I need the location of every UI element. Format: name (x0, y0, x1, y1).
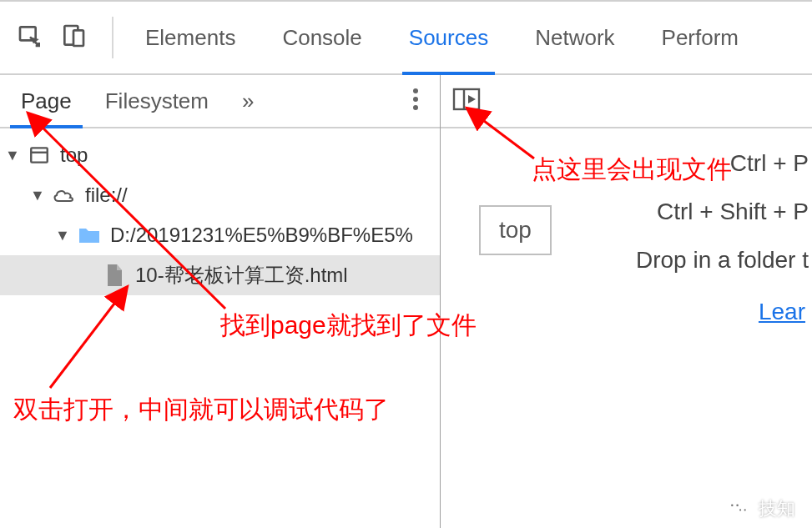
svg-point-15 (731, 505, 734, 507)
tab-performance[interactable]: Perform (638, 2, 762, 73)
annotation-double-click: 双击打开，中间就可以调试代码了 (13, 393, 389, 427)
divider (112, 17, 113, 58)
right-body: top Ctrl + P Ctrl + Shift + P Drop in a … (441, 128, 812, 528)
device-icons (8, 23, 103, 53)
tab-network[interactable]: Network (512, 2, 638, 73)
show-navigator-icon[interactable] (452, 87, 481, 115)
tree-label-scheme: file:// (85, 184, 128, 207)
svg-point-5 (413, 105, 418, 110)
svg-point-3 (413, 88, 418, 93)
tab-sources[interactable]: Sources (386, 2, 512, 73)
tree-node-scheme[interactable]: ▼ file:// (0, 175, 440, 215)
left-panel: Page Filesystem » ▼ top ▼ (0, 75, 441, 528)
content-row: Page Filesystem » ▼ top ▼ (0, 75, 812, 528)
sub-tab-filesystem[interactable]: Filesystem (93, 75, 221, 127)
sub-tab-more[interactable]: » (229, 88, 266, 114)
annotation-show-files: 点这里会出现文件 (532, 153, 732, 187)
tree-node-file[interactable]: 10-帮老板计算工资.html (0, 255, 440, 295)
svg-point-4 (413, 97, 418, 102)
svg-point-16 (736, 505, 739, 507)
tree-label-top: top (60, 143, 88, 167)
learn-more-link[interactable]: Lear (759, 299, 809, 324)
window-icon (27, 144, 52, 166)
sub-tab-page[interactable]: Page (8, 75, 84, 127)
device-toggle-icon[interactable] (60, 23, 87, 53)
caret-down-icon: ▼ (32, 187, 43, 204)
tree-node-top[interactable]: ▼ top (0, 135, 440, 175)
right-panel: top Ctrl + P Ctrl + Shift + P Drop in a … (441, 75, 812, 528)
file-icon (102, 263, 127, 288)
devtools-top-bar: Elements Console Sources Network Perform (0, 0, 812, 75)
right-sub-bar (441, 75, 812, 128)
tab-elements[interactable]: Elements (122, 2, 259, 73)
cloud-icon (52, 186, 77, 204)
sources-sub-bar: Page Filesystem » (0, 75, 440, 128)
tree-label-folder: D:/20191231%E5%B9%BF%E5% (110, 224, 413, 247)
sub-tab-menu-icon[interactable] (400, 87, 431, 115)
wechat-icon (727, 497, 750, 520)
svg-rect-2 (73, 30, 83, 46)
svg-point-17 (739, 509, 741, 510)
svg-point-18 (744, 509, 746, 510)
tab-console[interactable]: Console (259, 2, 385, 73)
svg-point-14 (736, 506, 749, 517)
annotation-find-page: 找到page就找到了文件 (220, 309, 477, 343)
tree-label-file: 10-帮老板计算工资.html (135, 262, 348, 289)
caret-down-icon: ▼ (7, 147, 18, 164)
svg-rect-6 (31, 148, 48, 162)
devtools-tabs: Elements Console Sources Network Perform (122, 2, 762, 73)
folder-icon (77, 225, 102, 245)
navigator-tooltip: top (479, 205, 552, 255)
caret-down-icon: ▼ (57, 227, 68, 244)
watermark-text: 技知 (759, 496, 795, 521)
watermark: 技知 (727, 496, 795, 521)
tree-node-folder[interactable]: ▼ D:/20191231%E5%B9%BF%E5% (0, 215, 440, 255)
inspect-icon[interactable] (17, 23, 43, 53)
